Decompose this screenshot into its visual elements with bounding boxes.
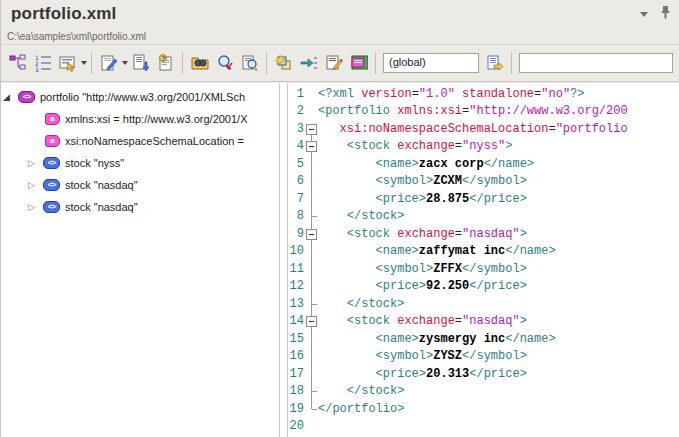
form-view-dropdown-icon[interactable] — [81, 61, 87, 65]
fold-toggle-icon[interactable] — [305, 225, 318, 243]
code-text[interactable]: <price>92.250</price> — [318, 279, 527, 293]
fold-gutter — [305, 208, 318, 226]
scope-combobox[interactable]: (global) — [383, 53, 479, 73]
check-wellformed-button[interactable] — [237, 51, 262, 76]
code-line[interactable]: 4 <stock exchange="nyss"> — [288, 138, 679, 156]
tree-row[interactable]: axsi:noNamespaceSchemaLocation = — [1, 130, 279, 152]
fold-gutter — [305, 103, 318, 121]
apply-scope-button[interactable] — [482, 51, 507, 76]
line-number: 8 — [288, 209, 305, 223]
code-text[interactable]: </stock> — [318, 297, 404, 311]
collapsed-arrow-icon[interactable]: ▷ — [28, 202, 43, 212]
numbered-list-button[interactable]: 123 — [30, 51, 55, 76]
collapsed-arrow-icon[interactable]: ▷ — [28, 158, 43, 168]
code-line[interactable]: 13 </stock> — [288, 295, 679, 313]
code-text[interactable]: <symbol>ZCXM</symbol> — [318, 174, 527, 188]
document-title: portfolio.xml — [11, 4, 117, 24]
tree-row[interactable]: ◢<>portfolio "http://www.w3.org/2001/XML… — [1, 86, 279, 108]
search-input[interactable] — [519, 53, 673, 73]
code-line[interactable]: 5 <name>zacx corp</name> — [288, 155, 679, 173]
code-line[interactable]: 15 <name>zysmergy inc</name> — [288, 330, 679, 348]
tree-row[interactable]: ▷<>stock "nasdaq" — [1, 196, 279, 218]
code-text[interactable]: </stock> — [318, 384, 404, 398]
code-line[interactable]: 12 <price>92.250</price> — [288, 278, 679, 296]
code-line[interactable]: 14 <stock exchange="nasdaq"> — [288, 313, 679, 331]
code-text[interactable]: <symbol>ZYSZ</symbol> — [318, 349, 527, 363]
code-line[interactable]: 8 </stock> — [288, 208, 679, 226]
validate-button[interactable] — [212, 51, 237, 76]
toolbar-separator — [266, 52, 267, 74]
import-document-button[interactable] — [128, 51, 153, 76]
code-text[interactable]: </portfolio> — [318, 402, 404, 416]
code-text[interactable]: xsi:noNamespaceSchemaLocation="portfolio — [318, 122, 628, 136]
code-line[interactable]: 11 <symbol>ZFFX</symbol> — [288, 260, 679, 278]
xml-tree-pane[interactable]: ◢<>portfolio "http://www.w3.org/2001/XML… — [1, 83, 280, 437]
code-text[interactable]: <?xml version="1.0" standalone="no"?> — [318, 87, 585, 101]
code-text[interactable]: <stock exchange="nasdaq"> — [318, 314, 527, 328]
transform-button[interactable] — [321, 51, 346, 76]
line-number: 18 — [288, 384, 305, 398]
code-text[interactable]: <name>zysmergy inc</name> — [318, 332, 556, 346]
toolbar-separator — [91, 52, 92, 74]
toolbar-separator — [375, 52, 376, 74]
pin-icon[interactable] — [660, 5, 671, 23]
svg-text:3: 3 — [35, 66, 39, 72]
element-icon: <> — [43, 157, 60, 169]
title-bar: portfolio.xml — [1, 0, 679, 28]
code-line[interactable]: 9 <stock exchange="nasdaq"> — [288, 225, 679, 243]
collapsed-arrow-icon[interactable]: ▷ — [28, 180, 43, 190]
xml-text-editor[interactable]: 1<?xml version="1.0" standalone="no"?>2<… — [288, 83, 679, 437]
code-text[interactable]: </stock> — [318, 209, 404, 223]
code-text[interactable]: <stock exchange="nasdaq"> — [318, 227, 527, 241]
code-line[interactable]: 2<portfolio xmlns:xsi="http://www.w3.org… — [288, 103, 679, 121]
code-text[interactable]: <portfolio xmlns:xsi="http://www.w3.org/… — [318, 104, 628, 118]
code-line[interactable]: 10 <name>zaffymat inc</name> — [288, 243, 679, 261]
layers-button[interactable] — [346, 51, 371, 76]
code-line[interactable]: 1<?xml version="1.0" standalone="no"?> — [288, 85, 679, 103]
find-in-files-button[interactable] — [187, 51, 212, 76]
expanded-arrow-icon[interactable]: ◢ — [3, 92, 18, 102]
code-text[interactable]: <price>20.313</price> — [318, 367, 527, 381]
tree-view-button[interactable] — [5, 51, 30, 76]
code-line[interactable]: 19</portfolio> — [288, 400, 679, 418]
code-line[interactable]: 18 </stock> — [288, 383, 679, 401]
goto-line-button[interactable] — [296, 51, 321, 76]
fold-gutter — [305, 383, 318, 401]
fold-gutter — [305, 85, 318, 103]
code-line[interactable]: 17 <price>20.313</price> — [288, 365, 679, 383]
pane-splitter[interactable] — [280, 83, 288, 437]
code-line[interactable]: 7 <price>28.875</price> — [288, 190, 679, 208]
edit-document-button[interactable] — [96, 51, 121, 76]
element-root-icon: <> — [18, 91, 35, 103]
fold-gutter — [305, 348, 318, 366]
code-text[interactable]: <price>28.875</price> — [318, 192, 527, 206]
tree-row[interactable]: ▷<>stock "nasdaq" — [1, 174, 279, 196]
fold-gutter — [305, 365, 318, 383]
fold-gutter — [305, 278, 318, 296]
fold-toggle-icon[interactable] — [305, 120, 318, 138]
fold-toggle-icon[interactable] — [305, 313, 318, 331]
code-line[interactable]: 16 <symbol>ZYSZ</symbol> — [288, 348, 679, 366]
tree-row[interactable]: axmlns:xsi = http://www.w3.org/2001/X — [1, 108, 279, 130]
code-text[interactable]: <stock exchange="nyss"> — [318, 139, 512, 153]
fold-gutter — [305, 330, 318, 348]
toolbar-separator — [511, 52, 512, 74]
line-number: 9 — [288, 227, 305, 241]
tree-row[interactable]: ▷<>stock "nyss" — [1, 152, 279, 174]
fold-toggle-icon[interactable] — [305, 138, 318, 156]
code-text[interactable]: <name>zacx corp</name> — [318, 157, 534, 171]
document-help-button[interactable]: ? — [153, 51, 178, 76]
code-line[interactable]: 6 <symbol>ZCXM</symbol> — [288, 173, 679, 191]
tree-row-label: xmlns:xsi = http://www.w3.org/2001/X — [65, 113, 248, 125]
reload-document-button[interactable] — [271, 51, 296, 76]
form-view-button[interactable] — [55, 51, 80, 76]
code-line[interactable]: 20 — [288, 418, 679, 436]
window-menu-caret-icon[interactable] — [640, 12, 648, 17]
code-line[interactable]: 3 xsi:noNamespaceSchemaLocation="portfol… — [288, 120, 679, 138]
code-text[interactable]: <name>zaffymat inc</name> — [318, 244, 556, 258]
tree-row-label: xsi:noNamespaceSchemaLocation = — [65, 135, 244, 147]
code-text[interactable]: <symbol>ZFFX</symbol> — [318, 262, 527, 276]
file-path: C:\ea\samples\xml\portfolio.xml — [1, 28, 679, 44]
element-icon: <> — [43, 201, 60, 213]
line-number: 16 — [288, 349, 305, 363]
